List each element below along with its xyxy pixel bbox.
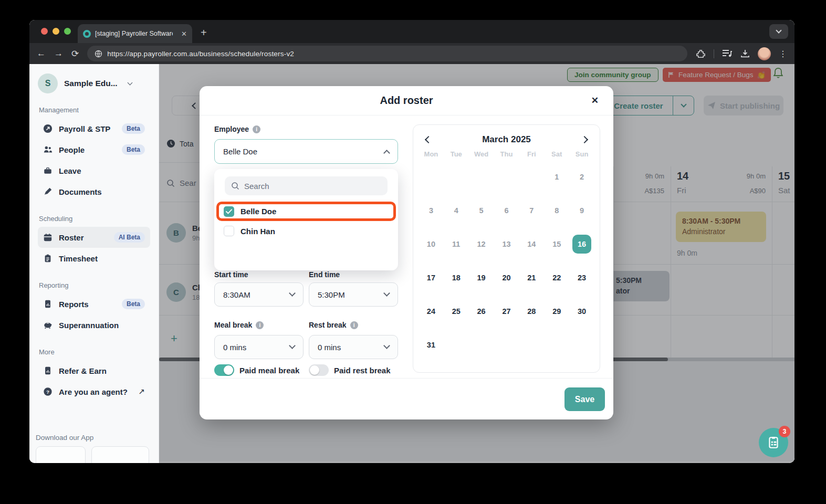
sidebar-item-refer-earn[interactable]: Refer & Earn (38, 360, 150, 381)
calendar-day[interactable]: 17 (422, 268, 441, 287)
calendar-day[interactable]: 1 (547, 167, 566, 186)
calendar-day (522, 167, 541, 186)
date-picker-calendar: March 2025 MonTueWedThuFriSatSun 1 2 (413, 124, 600, 373)
section-label-management: Management (39, 106, 150, 114)
back-icon[interactable]: ← (37, 48, 46, 59)
calendar-day[interactable]: 2 (572, 167, 591, 186)
minimize-window-button[interactable] (53, 28, 59, 35)
info-icon[interactable]: i (350, 321, 358, 329)
window-controls[interactable] (41, 28, 71, 35)
calendar-day[interactable]: 29 (547, 302, 566, 321)
calendar-day[interactable]: 24 (422, 302, 441, 321)
meal-break-select[interactable]: 0 mins (214, 335, 304, 359)
employee-option-chin-han[interactable]: Chin Han (224, 226, 275, 236)
calendar-day[interactable]: 20 (497, 268, 516, 287)
notification-badge: 3 (779, 426, 790, 437)
calendar-day[interactable]: 5 (472, 201, 491, 220)
paid-rest-break-toggle[interactable] (309, 364, 329, 376)
calendar-day[interactable]: 21 (522, 268, 541, 287)
calendar-day[interactable]: 22 (547, 268, 566, 287)
start-time-select[interactable]: 8:30AM (214, 282, 304, 307)
globe-icon (95, 50, 102, 58)
app-store-button[interactable] (36, 446, 86, 463)
sidebar-item-reports[interactable]: Reports Beta (38, 293, 150, 314)
calendar-day[interactable]: 4 (447, 201, 466, 220)
sidebar-item-people[interactable]: People Beta (38, 139, 150, 160)
maximize-window-button[interactable] (64, 28, 71, 35)
org-switcher[interactable]: S Sample Edu... (38, 74, 150, 93)
employee-select[interactable]: Belle Doe (214, 139, 398, 164)
calendar-day[interactable]: 8 (547, 201, 566, 220)
calendar-day (447, 335, 466, 354)
new-tab-button[interactable]: + (201, 27, 207, 39)
calendar-day[interactable]: 12 (472, 235, 491, 254)
rest-break-select[interactable]: 0 mins (309, 335, 398, 359)
sidebar-item-label: Timesheet (59, 254, 98, 263)
calendar-day[interactable]: 3 (422, 201, 441, 220)
question-circle-icon: ? (43, 387, 53, 396)
employee-option-belle-doe[interactable]: Belle Doe (216, 202, 396, 221)
checkbox-unchecked-icon[interactable] (224, 226, 234, 236)
tasks-fab-button[interactable]: 3 (759, 428, 788, 457)
checkbox-checked-icon[interactable] (224, 206, 234, 217)
save-button[interactable]: Save (564, 387, 605, 411)
calendar-day[interactable]: 10 (422, 235, 441, 254)
play-store-button[interactable] (91, 446, 149, 463)
calendar-day[interactable]: 6 (497, 201, 516, 220)
sidebar-item-agent[interactable]: ? Are you an agent? ↗ (38, 381, 150, 402)
sidebar-item-payroll-stp[interactable]: Payroll & STP Beta (38, 118, 150, 139)
sidebar-item-timesheet[interactable]: Timesheet (38, 248, 150, 269)
calendar-day[interactable]: 18 (447, 268, 466, 287)
calendar-day[interactable]: 30 (572, 302, 591, 321)
modal-close-icon[interactable]: ✕ (591, 95, 599, 106)
calendar-day[interactable]: 28 (522, 302, 541, 321)
employee-search-box[interactable] (225, 176, 388, 195)
paid-meal-break-row: Paid meal break (214, 364, 299, 376)
address-bar[interactable]: https://app.payroller.com.au/business/sc… (87, 46, 687, 61)
employee-search-input[interactable] (244, 182, 370, 191)
info-icon[interactable]: i (253, 125, 260, 133)
close-window-button[interactable] (41, 28, 48, 35)
calendar-weekday-headers: MonTueWedThuFriSatSun (413, 145, 600, 158)
tab-search-button[interactable] (769, 24, 788, 39)
calendar-day[interactable]: 31 (422, 335, 441, 354)
calendar-day[interactable]: 13 (497, 235, 516, 254)
paid-meal-break-label: Paid meal break (239, 366, 299, 375)
calendar-day[interactable]: 25 (447, 302, 466, 321)
sidebar-item-documents[interactable]: Documents (38, 181, 150, 202)
calendar-icon (43, 233, 53, 242)
media-controls-icon[interactable] (722, 49, 733, 58)
tab-close-icon[interactable]: ✕ (181, 30, 187, 38)
calendar-day[interactable]: 9 (572, 201, 591, 220)
browser-tab[interactable]: [staging] Payroller Software W ✕ (78, 24, 192, 43)
calendar-day[interactable]: 15 (547, 235, 566, 254)
sidebar-item-leave[interactable]: Leave (38, 160, 150, 181)
forward-icon[interactable]: → (54, 48, 63, 59)
paid-meal-break-toggle[interactable] (214, 364, 234, 376)
calendar-day[interactable]: 26 (472, 302, 491, 321)
sidebar-item-roster[interactable]: Roster AI Beta (38, 227, 150, 248)
reload-icon[interactable]: ⟳ (71, 48, 79, 59)
start-time-value: 8:30AM (223, 290, 250, 299)
browser-menu-icon[interactable]: ⋮ (779, 49, 787, 59)
extensions-icon[interactable] (696, 49, 706, 59)
calendar-day[interactable]: 11 (447, 235, 466, 254)
calendar-day-selected[interactable]: 16 (572, 235, 591, 254)
clipboard-icon (43, 254, 53, 263)
info-icon[interactable]: i (256, 321, 264, 329)
download-icon[interactable] (740, 49, 750, 58)
chevron-up-icon (383, 150, 390, 156)
next-month-button[interactable] (581, 136, 588, 143)
calendar-day[interactable]: 27 (497, 302, 516, 321)
end-time-select[interactable]: 5:30PM (309, 282, 398, 307)
search-icon (231, 182, 239, 190)
chevron-down-icon (289, 290, 296, 297)
profile-avatar[interactable] (758, 47, 771, 60)
end-time-value: 5:30PM (318, 290, 345, 299)
sidebar-item-superannuation[interactable]: Superannuation (38, 314, 150, 335)
calendar-day[interactable]: 23 (572, 268, 591, 287)
calendar-day[interactable]: 14 (522, 235, 541, 254)
sidebar-item-label: Leave (59, 166, 81, 175)
calendar-day[interactable]: 19 (472, 268, 491, 287)
calendar-day[interactable]: 7 (522, 201, 541, 220)
